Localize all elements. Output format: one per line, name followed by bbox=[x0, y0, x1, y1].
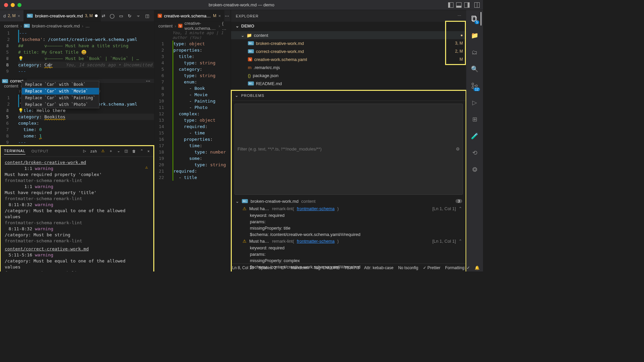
trash-icon[interactable]: 🗑 bbox=[132, 149, 136, 153]
tab-other-file[interactable]: d 2, M × bbox=[0, 10, 23, 22]
problem-detail: keyword: required bbox=[233, 245, 464, 251]
activity-bar: 5 📁 🗂 🔍 12 ▷ ⊞ 🧪 ⟲ ❂ 👤1 ⚙ bbox=[466, 10, 483, 272]
graph-icon[interactable]: ❂ bbox=[468, 163, 481, 176]
terminal-output[interactable]: content/broken-creative-work.md 1:1warni… bbox=[0, 157, 154, 272]
source-control-icon[interactable]: 12 bbox=[468, 79, 481, 93]
maximize-icon[interactable] bbox=[17, 3, 21, 7]
tree-file[interactable]: M↓README.md bbox=[231, 79, 466, 87]
problem-detail: $schema: /content/creative-work.schema.y… bbox=[233, 231, 464, 238]
editor-tabs-mid: !y creative-work.schema.yaml M × ⋯ bbox=[154, 10, 230, 22]
status-language[interactable]: Markdown bbox=[290, 265, 309, 270]
status-indent[interactable]: Spaces: 2 bbox=[259, 265, 276, 270]
warning-icon: ⚠ bbox=[101, 149, 105, 153]
status-cursor[interactable]: Ln 8, Col 13 bbox=[232, 265, 254, 270]
problem-detail: params: bbox=[233, 251, 464, 257]
tab-terminal[interactable]: TERMINAL bbox=[4, 147, 25, 155]
problem-item[interactable]: ⚠Must ha… remark-lint(frontmatter-schema… bbox=[233, 238, 464, 245]
split-terminal-icon[interactable]: ◫ bbox=[124, 149, 128, 153]
explorer-icon[interactable]: 5 bbox=[468, 12, 481, 25]
extensions-icon[interactable]: ⊞ bbox=[468, 113, 481, 126]
new-terminal-icon[interactable]: ＋ bbox=[109, 148, 113, 154]
git-compare-icon[interactable]: ⇄ bbox=[101, 13, 106, 18]
run-debug-icon[interactable]: ▷ bbox=[468, 96, 481, 109]
search-icon[interactable]: ◯ bbox=[110, 13, 115, 18]
close-icon[interactable]: × bbox=[18, 13, 20, 18]
tree-file[interactable]: !ycreative-work.schema.yamlM bbox=[231, 55, 466, 63]
preview-icon[interactable]: ▭ bbox=[118, 13, 124, 18]
chevron-down-icon[interactable]: ⌄ bbox=[234, 93, 238, 98]
titlebar: broken-creative-work.md — demo bbox=[0, 0, 483, 10]
status-attr[interactable]: Attr: kebab-case bbox=[364, 265, 393, 270]
editor-tabs-left: d 2, M × M↓ broken-creative-work.md 3, M… bbox=[0, 10, 154, 22]
tab-schema-yaml[interactable]: !y creative-work.schema.yaml M × bbox=[154, 10, 224, 22]
quickfix-item[interactable]: Replace `Car` with `Photo` bbox=[22, 101, 99, 108]
explorer-root[interactable]: ⌄DEMO bbox=[231, 22, 466, 30]
split-down-icon[interactable]: ⫟ bbox=[136, 13, 141, 18]
markdown-icon: M↓ bbox=[27, 14, 33, 18]
more-icon[interactable]: ⋯ bbox=[458, 14, 462, 18]
folder-icon[interactable]: 📁 bbox=[468, 29, 481, 42]
tab-label: creative-work.schema.yaml bbox=[164, 13, 211, 18]
breadcrumb[interactable]: content› M↓ broken-creative-work.md› … bbox=[0, 22, 154, 30]
git-blame-header: You, 1 minute ago | 1 author (You) bbox=[154, 30, 230, 41]
remote-icon[interactable]: ⟲ bbox=[468, 146, 481, 160]
toggle-primary-sidebar-icon[interactable] bbox=[448, 2, 453, 8]
markdown-icon: M↓ bbox=[2, 79, 8, 83]
problem-detail: missingProperty: complex bbox=[233, 257, 464, 264]
status-tag[interactable]: Tag: UNSURE bbox=[314, 265, 340, 270]
run-icon[interactable]: ↻ bbox=[127, 13, 132, 18]
terminal-shell-label: zsh bbox=[90, 149, 97, 153]
chevron-down-icon[interactable]: ⌄ bbox=[117, 149, 120, 153]
tree-file[interactable]: M↓correct-creative-work.md2, M bbox=[231, 47, 466, 55]
breadcrumb[interactable]: content› !y creative-work.schema.yaml› {… bbox=[154, 22, 230, 30]
status-prettier[interactable]: ✓ Prettier bbox=[423, 265, 440, 270]
tab-output[interactable]: OUTPUT bbox=[32, 148, 49, 155]
tree-folder[interactable]: ⌄📁content● bbox=[231, 31, 466, 39]
panel-tabs: TERMINAL OUTPUT ▷ zsh ⚠ ＋ ⌄ ◫ 🗑 ⌃ × bbox=[0, 145, 154, 157]
problem-item[interactable]: ⚠Must ha… remark-lint(frontmatter-schema… bbox=[233, 205, 464, 212]
problem-detail: params: bbox=[233, 219, 464, 225]
problem-detail: missingProperty: title bbox=[233, 225, 464, 231]
tree-file[interactable]: {}package.json bbox=[231, 71, 466, 79]
tree-file[interactable]: m.remarkrc.mjs bbox=[231, 63, 466, 71]
status-formatting[interactable]: Formatting: ✓ bbox=[445, 265, 470, 270]
chevron-up-icon[interactable]: ⌃ bbox=[140, 149, 144, 153]
quick-fix-menu[interactable]: Replace `Car` with `Book` Replace `Car` … bbox=[21, 81, 99, 108]
more-icon[interactable]: ⋯ bbox=[224, 13, 230, 18]
status-eol[interactable]: LF bbox=[281, 265, 286, 270]
search-icon[interactable]: 🔍 bbox=[468, 62, 481, 76]
editor-yaml[interactable]: 1type: object2properties:3 title:4 type:… bbox=[154, 41, 230, 272]
more-icon[interactable]: ⋯ bbox=[153, 13, 154, 18]
more-icon[interactable]: ⋯ bbox=[145, 79, 151, 83]
toggle-secondary-sidebar-icon[interactable] bbox=[464, 2, 470, 8]
problems-file-row[interactable]: ⌄ M↓ broken-creative-work.md content 3 bbox=[233, 197, 464, 205]
yaml-icon: !y bbox=[158, 14, 162, 18]
terminal-shell-icon[interactable]: ▷ bbox=[83, 149, 86, 153]
tab-broken-creative-work[interactable]: M↓ broken-creative-work.md 3, M bbox=[23, 10, 101, 22]
status-ts[interactable]: TS 4.7.3 bbox=[344, 265, 359, 270]
editor-broken[interactable]: 1--- 2'$schema': /content/creative-work.… bbox=[0, 30, 154, 78]
tab-label: d bbox=[3, 13, 6, 18]
problems-filter-input[interactable]: Filter (e.g. text, **/*.ts, !**/node_mod… bbox=[234, 104, 463, 195]
status-bell-icon[interactable]: 🔔 bbox=[475, 265, 480, 270]
problems-panel: ⌄ PROBLEMS Filter (e.g. text, **/*.ts, !… bbox=[231, 90, 466, 272]
close-icon[interactable] bbox=[4, 3, 8, 7]
customize-layout-icon[interactable] bbox=[474, 2, 480, 8]
quickfix-item[interactable]: Replace `Car` with `Movie` bbox=[22, 88, 99, 95]
warning-icon: ⚠ bbox=[145, 164, 148, 170]
markdown-icon: M↓ bbox=[24, 24, 30, 28]
problem-item[interactable]: ⚠/categ… remark-lint(frontmatter-schema)… bbox=[233, 270, 464, 272]
minimize-icon[interactable] bbox=[11, 3, 15, 7]
filter-icon[interactable]: ⚙ bbox=[456, 146, 460, 152]
close-icon[interactable]: × bbox=[218, 13, 221, 18]
dirty-indicator-icon bbox=[95, 14, 98, 17]
files-icon[interactable]: 🗂 bbox=[468, 46, 481, 59]
split-right-icon[interactable]: ◫ bbox=[145, 13, 150, 18]
quickfix-item[interactable]: Replace `Car` with `Book` bbox=[22, 81, 99, 88]
quickfix-item[interactable]: Replace `Car` with `Painting` bbox=[22, 95, 99, 101]
tree-file[interactable]: M↓broken-creative-work.md3, M bbox=[231, 39, 466, 47]
test-icon[interactable]: 🧪 bbox=[468, 129, 481, 143]
toggle-panel-icon[interactable] bbox=[456, 2, 462, 8]
close-icon[interactable]: × bbox=[148, 149, 150, 153]
status-tsconfig[interactable]: No tsconfig bbox=[398, 265, 418, 270]
